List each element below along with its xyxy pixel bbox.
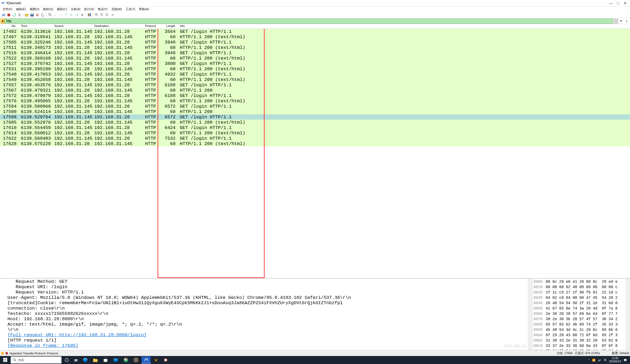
packet-row[interactable]: 176056139.552976192.168.31.28192.168.31.… (0, 120, 630, 125)
packet-row[interactable]: 175576139.463576192.168.31.145192.168.31… (0, 82, 630, 88)
menu-item[interactable]: 统计(S) (83, 7, 96, 12)
packet-row[interactable]: 174926139.313616192.168.31.145192.168.31… (0, 29, 630, 34)
packet-row[interactable]: 176286139.575220192.168.31.28192.168.31.… (0, 141, 630, 146)
packet-row[interactable]: 175276139.378742192.168.31.145192.168.31… (0, 61, 630, 66)
details-scrollbar[interactable] (528, 279, 532, 350)
column-length[interactable]: Length (159, 24, 178, 29)
detail-line[interactable]: Host: 192.168.31.28:8080\r\n (0, 316, 528, 322)
packet-row[interactable]: 176106139.554459192.168.31.145192.168.31… (0, 125, 630, 130)
packet-row[interactable]: 176146139.560012192.168.31.28192.168.31.… (0, 130, 630, 136)
packet-row[interactable]: 175166139.346414192.168.31.145192.168.31… (0, 50, 630, 56)
packet-row[interactable]: →175986139.529764192.168.31.145192.168.3… (0, 114, 630, 120)
menu-item[interactable]: 分析(A) (69, 7, 82, 12)
go-back-icon[interactable]: ← (53, 13, 58, 17)
menu-item[interactable]: 无线(W) (110, 7, 124, 12)
column-source[interactable]: Source (52, 24, 92, 29)
menu-item[interactable]: 电话(Y) (96, 7, 109, 12)
wireshark-taskbar-icon[interactable] (142, 357, 151, 363)
detail-line[interactable]: \r\n (0, 327, 528, 332)
hex-row[interactable]: 004020 48 54 54 50 2f 31 2e 31 0d 0 (534, 300, 625, 306)
start-capture-icon[interactable] (1, 13, 6, 17)
packet-row[interactable]: 175766139.495065192.168.31.28192.168.31.… (0, 98, 630, 104)
mail-icon[interactable] (111, 357, 120, 363)
menu-item[interactable]: 跳转(G) (41, 7, 55, 12)
packet-bytes-pane[interactable]: 000000 0c 29 e0 e1 26 00 0c 29 ed e00100… (532, 279, 626, 350)
restart-capture-icon[interactable] (12, 13, 17, 17)
hex-row[interactable]: 007030 2e 30 3b 20 57 4f 57 36 34 2 (534, 316, 625, 322)
detail-line[interactable]: [truncated]Cookie: rememberMe=Fn1w/UNl1B… (0, 300, 528, 306)
detail-link[interactable]: [Response in frame: 17605] (0, 343, 528, 349)
open-file-icon[interactable] (24, 13, 29, 17)
tray-volume-icon[interactable]: 🔊 (598, 359, 601, 362)
detail-line[interactable]: Testecho: xxxxx1715655982626xxxxx\r\n (0, 311, 528, 316)
column-no[interactable]: No. (0, 24, 19, 29)
task-view-icon[interactable] (63, 357, 71, 363)
filter-add-button[interactable]: + (624, 19, 629, 24)
detail-line[interactable]: Request Method: GET (0, 279, 528, 284)
packet-row[interactable]: 175226139.368160192.168.31.28192.168.31.… (0, 56, 630, 61)
packet-row[interactable]: 175846139.500960192.168.31.145192.168.31… (0, 104, 630, 109)
status-profile[interactable]: 配置: Default (612, 351, 629, 355)
detail-line[interactable]: [HTTP request 1/1] (0, 338, 528, 343)
filter-expression-button[interactable]: ▾ (619, 19, 624, 24)
go-to-packet-icon[interactable]: ⤒ (64, 13, 68, 17)
hex-row[interactable]: 005041 67 65 6e 74 3a 20 4d 6f 7a 6 (534, 306, 625, 311)
firefox-icon[interactable] (131, 357, 141, 363)
detail-line[interactable]: Request Version: HTTP/1.1 (0, 290, 528, 295)
menu-item[interactable]: 帮助(H) (137, 7, 150, 12)
menu-item[interactable]: 视图(V) (28, 7, 41, 12)
detail-line[interactable]: Request URI: /login (0, 284, 528, 290)
edge-icon[interactable] (81, 357, 90, 363)
filter-bookmark-icon[interactable]: ▮ (1, 19, 5, 24)
minimize-button[interactable]: — (609, 1, 613, 5)
taskbar-app3-icon[interactable] (161, 357, 170, 363)
find-packet-icon[interactable] (48, 13, 52, 17)
packet-row[interactable]: 175906139.524114192.168.31.28192.168.31.… (0, 109, 630, 114)
chrome-icon[interactable] (121, 357, 130, 363)
auto-scroll-icon[interactable]: ≣ (80, 13, 84, 17)
bytes-scrollbar[interactable] (626, 279, 630, 350)
column-destination[interactable]: Destination (92, 24, 143, 29)
resize-columns-icon[interactable]: ⇔ (110, 13, 115, 17)
hex-row[interactable]: 00201f 1c c5 27 1f 90 f6 61 22 1d c (534, 290, 625, 295)
zoom-reset-icon[interactable]: 1 (105, 13, 110, 17)
save-file-icon[interactable] (30, 13, 34, 17)
hex-row[interactable]: 00602e 30 20 28 57 69 6e 64 6f 77 7 (534, 311, 625, 316)
hex-row[interactable]: 00a06f 29 20 43 68 72 6f 6d 65 2f 3 (534, 332, 625, 338)
packet-row[interactable]: 175726139.479870192.168.31.145192.168.31… (0, 93, 630, 98)
packet-row[interactable]: 175056139.325246192.168.31.145192.168.31… (0, 40, 630, 45)
tray-up-icon[interactable]: ˄ (588, 359, 589, 362)
store-icon[interactable] (101, 357, 110, 363)
display-filter-input[interactable] (5, 18, 613, 24)
menu-item[interactable]: 工具(T) (124, 7, 137, 12)
packet-details-pane[interactable]: CSDN @防火墙 Request Method: GET Request UR… (0, 279, 528, 350)
menu-item[interactable]: 捕获(C) (55, 7, 68, 12)
menu-item[interactable]: 编辑(E) (14, 7, 28, 12)
packet-row[interactable]: 174976139.319541192.168.31.28192.168.31.… (0, 34, 630, 40)
hex-row[interactable]: 000000 0c 29 e0 e1 26 00 0c 29 ed e (534, 279, 625, 284)
filter-clear-button[interactable]: × (613, 19, 618, 24)
detail-line[interactable]: connection: close\r\n (0, 306, 528, 311)
hex-row[interactable]: 008065 57 65 62 4b 69 74 2f 35 33 3 (534, 322, 625, 327)
explorer-icon[interactable] (91, 357, 100, 363)
hex-row[interactable]: 001000 00 66 62 40 00 80 06 00 00 c (534, 284, 625, 290)
maximize-button[interactable]: □ (617, 1, 619, 5)
detail-line[interactable]: User-Agent: Mozilla/5.0 (Windows NT 10.0… (0, 295, 528, 300)
hex-row[interactable]: 00904b 48 54 4d 4c 2c 20 6c 69 6b 6 (534, 327, 625, 332)
hex-row[interactable]: 00c033 37 2e 33 36 0d 0a 43 6f 6f 6 (534, 343, 625, 349)
column-info[interactable]: Info (178, 24, 630, 29)
packet-row[interactable]: 175496139.452658192.168.31.28192.168.31.… (0, 77, 630, 82)
go-last-icon[interactable]: ⇥ (74, 13, 79, 17)
close-button[interactable]: ✕ (624, 1, 627, 5)
system-tray[interactable]: ˄ 📶 🔊 英 11:06 2024/5/14 💬 (588, 357, 629, 363)
packet-list-pane[interactable]: No. Time Source Destination Protocol Len… (0, 24, 630, 278)
packet-row[interactable]: 176226139.568403192.168.31.145192.168.31… (0, 136, 630, 141)
hex-row[interactable]: 00b031 38 33 2e 31 30 32 20 53 61 6 (534, 338, 625, 343)
packet-row[interactable]: 175406139.417053192.168.31.145192.168.31… (0, 72, 630, 77)
stop-capture-icon[interactable] (6, 13, 11, 17)
reload-icon[interactable] (40, 13, 45, 17)
go-forward-icon[interactable]: → (58, 13, 63, 17)
menu-item[interactable]: 文件(F) (1, 7, 14, 12)
packet-row[interactable]: 175316139.395190192.168.31.28192.168.31.… (0, 66, 630, 72)
taskbar-search[interactable]: 搜索 (11, 357, 61, 363)
